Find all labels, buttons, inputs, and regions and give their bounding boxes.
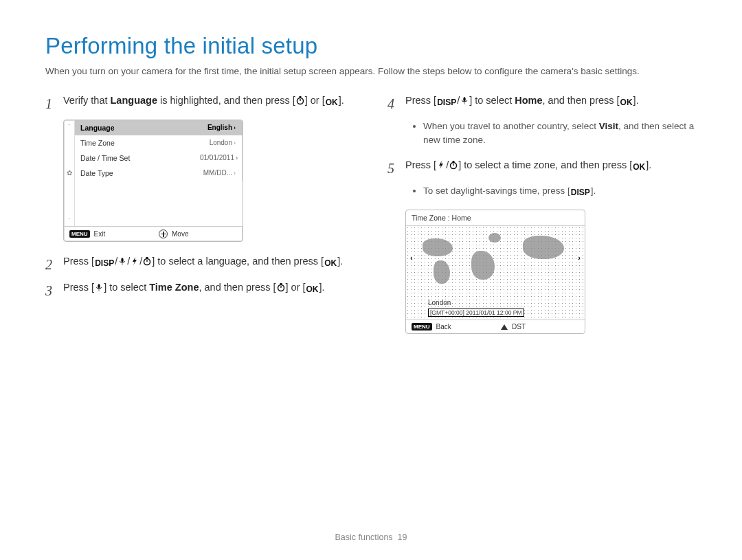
text-bold: Visit (599, 121, 618, 131)
text: ]. (646, 159, 651, 170)
footer-page-number: 19 (398, 533, 407, 542)
ok-icon: OK (324, 257, 337, 269)
settings-row-language: Language English› (75, 120, 243, 135)
dpad-icon (159, 229, 168, 238)
text: ]. (319, 282, 325, 293)
chevron-right-icon: › (234, 139, 236, 146)
chevron-right-icon: › (234, 170, 236, 177)
disp-icon: DISP (94, 257, 115, 269)
text: When you travel to another country, sele… (423, 121, 599, 131)
text: ] to select a language, and then press [ (152, 256, 324, 267)
timezone-screen: Time Zone : Home ‹ › London [GMT+00:00] … (405, 210, 585, 334)
text: ]. (591, 186, 596, 196)
step-number: 4 (387, 93, 397, 114)
timer-icon (276, 282, 286, 291)
text: Verify that (63, 95, 111, 106)
row-label: Time Zone (80, 139, 115, 147)
svg-rect-1 (299, 96, 301, 98)
text: ] to select (104, 282, 149, 293)
scroll-bar: ˆ ✿ ˇ (64, 120, 75, 226)
flash-icon (436, 159, 446, 169)
footer-move: Move (172, 230, 188, 238)
text: is highlighted, and then press [ (157, 95, 295, 106)
chevron-down-icon: ˇ (68, 217, 70, 223)
timezone-gmt: [GMT+00:00] 2011/01/01 12:00 PM (428, 309, 524, 317)
footer-exit: Exit (94, 230, 106, 238)
step-3: 3 Press [] to select Time Zone, and then… (45, 280, 355, 301)
step-number: 5 (387, 158, 397, 179)
right-column: 4 Press [DISP/] to select Home, and then… (387, 93, 697, 335)
text: ]. (339, 95, 344, 106)
row-value: London (210, 139, 232, 146)
settings-screen: ˆ ✿ ˇ Language English› Time Zone London… (63, 120, 243, 242)
flash-icon (130, 256, 139, 265)
footer-back: Back (436, 323, 451, 331)
text: Press [ (63, 282, 94, 293)
page-title: Performing the initial setup (45, 33, 697, 59)
text: ]. (633, 95, 639, 106)
step-number: 3 (45, 280, 55, 301)
menu-icon: MENU (412, 323, 432, 331)
step-5: 5 Press [/] to select a time zone, and t… (387, 158, 697, 179)
text: ] or [ (305, 95, 325, 106)
text: ] or [ (286, 282, 306, 293)
text-bold: Language (111, 95, 157, 106)
step-number: 1 (45, 93, 55, 114)
left-column: 1 Verify that Language is highlighted, a… (45, 93, 355, 335)
page-footer: Basic functions 19 (0, 533, 742, 542)
row-value: 01/01/2011 (200, 154, 234, 161)
settings-row-datetime: Date / Time Set 01/01/2011›› (75, 150, 243, 166)
svg-rect-4 (146, 257, 148, 258)
arrow-left-icon: ‹ (409, 254, 414, 262)
step-number: 2 (45, 254, 55, 275)
text-bold: Time Zone (149, 282, 199, 293)
svg-rect-10 (453, 161, 455, 162)
step-5-note: To set daylight-savings time, press [DIS… (423, 184, 697, 199)
step-2: 2 Press [DISP///] to select a language, … (45, 254, 355, 275)
timer-icon (449, 159, 458, 169)
settings-row-timezone: Time Zone London› (75, 135, 243, 150)
ok-icon: OK (620, 96, 633, 109)
macro-icon (94, 282, 104, 291)
timer-icon (142, 256, 152, 265)
timezone-screen-title: Time Zone : Home (406, 210, 585, 226)
menu-icon: MENU (69, 230, 90, 238)
text: ] to select (469, 95, 515, 106)
row-label: Language (80, 124, 115, 132)
text: Press [ (405, 95, 436, 106)
text: ]. (337, 256, 343, 267)
ok-icon: OK (325, 96, 339, 109)
settings-row-datetype: Date Type MM/DD...› (75, 166, 243, 181)
step-4-note: When you travel to another country, sele… (423, 120, 697, 148)
row-value: English (207, 124, 232, 131)
timezone-city: London (428, 299, 524, 307)
world-map: ‹ › London [GMT+00:00] 2011/01/01 12:00 … (406, 226, 585, 320)
disp-icon: DISP (436, 96, 457, 109)
step-4: 4 Press [DISP/] to select Home, and then… (387, 93, 697, 114)
macro-icon (460, 95, 469, 104)
ok-icon: OK (632, 161, 646, 173)
text: , and then press [ (199, 282, 276, 293)
chevron-up-icon: ˆ (68, 123, 70, 129)
gear-icon: ✿ (67, 169, 72, 177)
disp-icon: DISP (570, 186, 591, 199)
macro-icon (117, 256, 127, 265)
footer-section: Basic functions (335, 533, 393, 542)
footer-dst: DST (512, 323, 526, 331)
text: To set daylight-savings time, press [ (423, 186, 570, 196)
text: Press [ (63, 256, 94, 267)
text: , and then press [ (543, 95, 620, 106)
chevron-right-icon: › (234, 124, 236, 131)
timer-icon (295, 95, 305, 104)
text-bold: Home (515, 95, 542, 106)
svg-rect-7 (280, 283, 282, 284)
intro-text: When you turn on your camera for the fir… (45, 65, 697, 78)
row-label: Date / Time Set (80, 154, 130, 162)
triangle-up-icon (501, 324, 508, 330)
row-value: MM/DD... (203, 169, 232, 177)
row-label: Date Type (80, 169, 113, 177)
text: Press [ (405, 159, 436, 170)
ok-icon: OK (306, 283, 319, 295)
text: ] to select a time zone, and then press … (458, 159, 632, 170)
step-1: 1 Verify that Language is highlighted, a… (45, 93, 355, 114)
